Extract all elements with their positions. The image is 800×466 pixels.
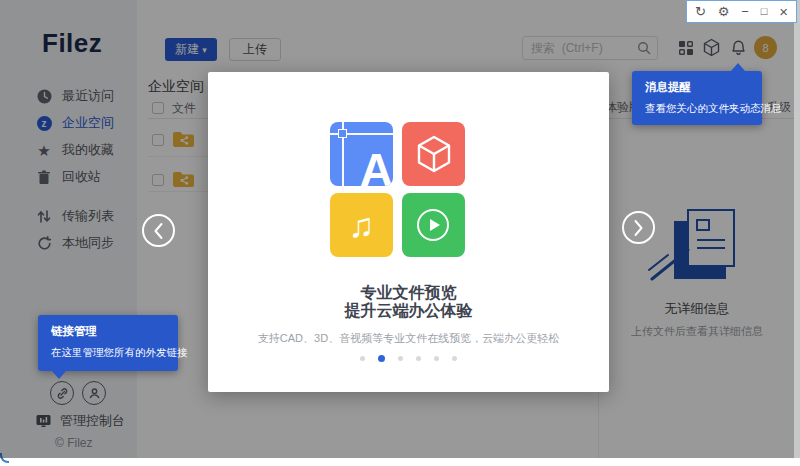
app-window: Filez 最近访问 z 企业空间 ★ 我的收藏 回收站 [0,0,800,466]
refresh-icon[interactable]: ↻ [695,5,706,18]
carousel-dot-active[interactable] [378,355,385,362]
tooltip-body: 查看您关心的文件夹动态消息 [645,102,762,116]
video-preview-tile [402,193,465,257]
carousel-dot[interactable] [416,356,421,361]
modal-subtitle: 支持CAD、3D、音视频等专业文件在线预览，云端办公更轻松 [208,331,609,346]
carousel-dot[interactable] [452,356,457,361]
music-note-icon: ♫ [330,193,393,257]
3d-preview-tile [402,122,465,186]
tooltip-title: 消息提醒 [645,80,762,95]
carousel-dots [208,355,609,362]
cube-icon [416,135,452,173]
cad-preview-tile: A [330,122,393,186]
modal-title: 专业文件预览 提升云端办公体验 [208,284,609,320]
scrollbar-track[interactable] [794,0,800,458]
maximize-icon[interactable]: □ [761,6,768,17]
modal-title-line1: 专业文件预览 [208,284,609,302]
message-tooltip: 消息提醒 查看您关心的文件夹动态消息 [632,71,762,125]
tooltip-arrow-up [731,63,745,71]
carousel-dot[interactable] [360,356,365,361]
carousel-dot[interactable] [398,356,403,361]
window-bottom-edge [0,458,800,466]
tooltip-arrow-down [52,371,66,379]
tooltip-body: 在这里管理您所有的外发链接 [51,346,178,360]
tooltip-title: 链接管理 [51,324,178,339]
window-controls: ↻ ⚙ − □ × [686,0,797,23]
carousel-prev-button[interactable] [142,214,175,247]
link-manager-tooltip: 链接管理 在这里管理您所有的外发链接 [38,315,178,371]
audio-preview-tile: ♫ [330,193,393,257]
modal-title-line2: 提升云端办公体验 [208,302,609,320]
feature-tour-modal: A ♫ 专业文件预览 提升云端办公体验 支持CAD、3D、音视频等专业文件在线预… [208,72,609,392]
carousel-next-button[interactable] [622,211,655,244]
letter-a-icon: A [360,147,393,186]
gear-icon[interactable]: ⚙ [718,5,730,18]
cad-crosshair-icon [338,129,347,138]
close-icon[interactable]: × [779,4,788,19]
carousel-dot[interactable] [434,356,439,361]
minimize-icon[interactable]: − [741,5,749,18]
